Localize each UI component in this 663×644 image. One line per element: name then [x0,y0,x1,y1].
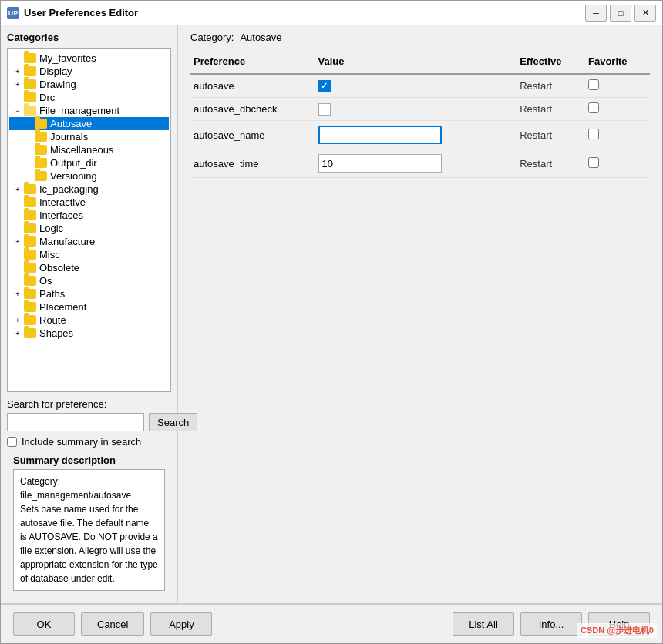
search-section: Search for preference: Search Include su… [7,398,171,448]
main-window: UP User Preferences Editor ─ □ ✕ Categor… [0,0,663,644]
cancel-button[interactable]: Cancel [81,612,144,636]
tree-item-interactive[interactable]: Interactive [9,196,169,209]
expand-shapes[interactable]: + [12,328,23,339]
expand-drawing[interactable]: + [12,79,23,90]
tree-item-journals[interactable]: Journals [9,130,169,143]
close-button[interactable]: ✕ [634,5,656,22]
expand-placeholder-miscellaneous [23,145,34,156]
folder-icon-obsolete [24,263,36,273]
col-favorite: Favorite [585,52,650,74]
tree-item-route[interactable]: + Route [9,314,169,327]
pref-spacer-autosave-dbcheck [362,98,517,121]
autosave-name-favorite-checkbox[interactable] [588,129,599,139]
main-content: Categories My_favorites + Display + [1,25,662,603]
tree-item-obsolete[interactable]: Obsolete [9,261,169,274]
summary-line1: Category: file_management/autosave [20,475,158,502]
expand-placeholder-obsolete [12,263,23,273]
tree-item-placement[interactable]: Placement [9,300,169,314]
bottom-bar: OK Cancel Apply List All Info... Help [1,603,662,643]
tree-label-placement: Placement [39,301,86,313]
expand-display[interactable]: + [12,66,23,77]
pref-value-autosave-name [315,121,517,149]
expand-manufacture[interactable]: + [12,236,23,247]
tree-item-interfaces[interactable]: Interfaces [9,209,169,222]
tree-item-drc[interactable]: Drc [9,91,169,104]
tree-item-display[interactable]: + Display [9,65,169,78]
tree-item-paths[interactable]: + Paths [9,287,169,300]
info-button[interactable]: Info... [520,612,582,636]
pref-name-autosave-dbcheck: autosave_dbcheck [190,98,315,121]
pref-value-autosave-dbcheck [315,98,363,121]
tree-label-file-management: File_management [39,105,119,116]
tree-label-manufacture: Manufacture [39,236,95,247]
autosave-name-input[interactable] [318,126,442,144]
tree-item-my-favorites[interactable]: My_favorites [9,52,169,65]
minimize-button[interactable]: ─ [585,5,607,22]
tree-item-shapes[interactable]: + Shapes [9,327,169,340]
col-spacer [362,52,517,74]
expand-placeholder-logic [12,223,23,234]
expand-ic-packaging[interactable]: + [12,184,23,195]
tree-item-logic[interactable]: Logic [9,222,169,235]
autosave-dbcheck-checkbox[interactable] [318,103,331,116]
tree-item-miscellaneous[interactable]: Miscellaneous [9,143,169,156]
folder-icon-misc [24,250,36,260]
expand-paths[interactable]: + [12,289,23,300]
tree-item-autosave[interactable]: Autosave [9,117,169,130]
list-all-button[interactable]: List All [453,612,514,636]
expand-route[interactable]: + [12,315,23,326]
autosave-checkbox[interactable] [318,80,331,92]
tree-container[interactable]: My_favorites + Display + Drawing [7,48,171,392]
expand-file-management[interactable]: − [12,106,23,116]
tree-item-file-management[interactable]: − File_management [9,104,169,117]
folder-icon-journals [35,132,47,142]
watermark: CSDN @步进电机0 [577,623,657,638]
tree-label-display: Display [39,65,72,77]
folder-icon-route [24,315,36,325]
autosave-favorite-checkbox[interactable] [588,79,599,90]
tree-item-misc[interactable]: Misc [9,248,169,261]
summary-box: Category: file_management/autosave Sets … [13,469,165,591]
tree-item-versioning[interactable]: Versioning [9,169,169,183]
tree-item-drawing[interactable]: + Drawing [9,78,169,91]
tree-item-output-dir[interactable]: Output_dir [9,156,169,169]
tree-label-interfaces: Interfaces [39,210,83,221]
pref-value-autosave-time [315,149,517,178]
expand-placeholder-journals [23,132,34,143]
include-summary-checkbox[interactable] [7,437,17,447]
tree-label-journals: Journals [50,131,88,143]
folder-icon-ic-packaging [24,184,36,194]
tree-label-drawing: Drawing [39,79,76,90]
autosave-time-favorite-checkbox[interactable] [588,157,599,168]
pref-row-autosave-name: autosave_name Restart [190,121,650,149]
title-bar-buttons: ─ □ ✕ [585,5,656,22]
summary-line2: Sets base name used for the autosave fil… [20,502,158,558]
pref-favorite-autosave-time [585,149,650,178]
apply-button[interactable]: Apply [150,612,212,636]
tree-label-miscellaneous: Miscellaneous [50,144,113,156]
include-summary-label[interactable]: Include summary in search [22,436,141,448]
tree-label-my-favorites: My_favorites [39,52,96,64]
pref-favorite-autosave-name [585,121,650,149]
folder-icon-interactive [24,197,36,207]
search-input[interactable] [7,413,144,431]
tree-item-ic-packaging[interactable]: + Ic_packaging [9,183,169,196]
app-icon: UP [7,7,19,19]
autosave-dbcheck-favorite-checkbox[interactable] [588,102,599,113]
pref-effective-autosave-dbcheck: Restart [517,98,585,121]
maximize-button[interactable]: □ [610,5,631,22]
tree-item-os[interactable]: Os [9,274,169,287]
expand-placeholder-placement [12,302,23,313]
right-panel: Category: Autosave Preference Value Effe… [178,25,662,603]
folder-icon-paths [24,289,36,299]
autosave-time-input[interactable] [318,154,442,173]
folder-icon-logic [24,223,36,233]
tree-label-route: Route [39,314,66,326]
ok-button[interactable]: OK [13,612,75,636]
category-header: Category: Autosave [190,32,650,43]
tree-label-ic-packaging: Ic_packaging [39,183,99,195]
tree-label-logic: Logic [39,223,63,234]
folder-icon-autosave [35,119,47,129]
tree-item-manufacture[interactable]: + Manufacture [9,235,169,248]
pref-row-autosave-time: autosave_time Restart [190,149,650,178]
